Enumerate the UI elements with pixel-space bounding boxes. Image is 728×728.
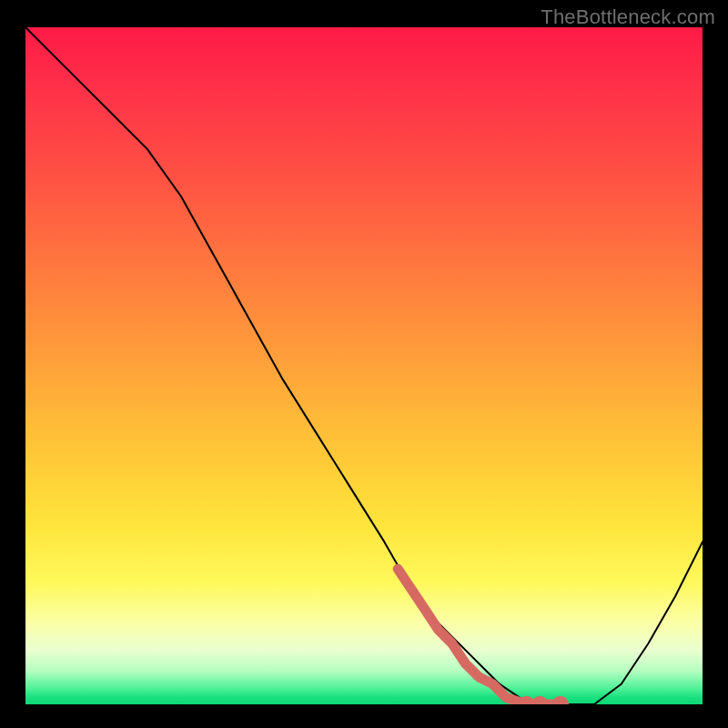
highlight-segment (398, 569, 561, 704)
dot-c (552, 696, 569, 704)
dot-b (531, 696, 548, 704)
highlight-dots (518, 696, 569, 704)
curve-line (25, 27, 703, 704)
plot-area (25, 27, 703, 704)
attribution-text: TheBottleneck.com (541, 5, 715, 29)
chart-overlay (25, 27, 703, 704)
chart-container: TheBottleneck.com (0, 0, 728, 728)
